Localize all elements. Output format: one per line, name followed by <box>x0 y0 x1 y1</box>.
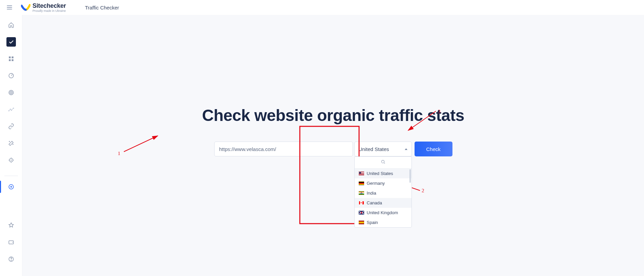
sidebar-item-checker[interactable] <box>6 37 16 47</box>
sidebar-item-performance[interactable] <box>6 71 16 80</box>
caret-up-icon <box>405 148 407 150</box>
svg-rect-5 <box>9 59 10 61</box>
extension-icon <box>8 222 14 228</box>
sidebar-item-billing[interactable] <box>6 237 16 247</box>
locate-icon <box>8 157 14 163</box>
check-form: United States United States <box>66 142 601 156</box>
country-search[interactable] <box>355 157 412 169</box>
svg-point-28 <box>381 160 384 163</box>
country-option-label: Canada <box>367 200 382 205</box>
sidebar-item-trend[interactable] <box>6 105 16 114</box>
svg-point-14 <box>11 110 12 110</box>
topbar: Sitechecker Proudly made in Ukraine Traf… <box>0 0 644 15</box>
gauge-icon <box>8 73 14 79</box>
svg-rect-4 <box>12 56 13 58</box>
url-input[interactable] <box>214 142 353 156</box>
flag-in-icon <box>359 191 364 195</box>
flag-ca-icon: ✦ <box>359 201 364 205</box>
country-dropdown: United States Germany India <box>354 156 412 228</box>
home-icon <box>8 22 14 28</box>
add-icon <box>8 184 14 190</box>
sidebar-item-tools[interactable] <box>6 139 16 148</box>
svg-line-8 <box>11 75 12 76</box>
country-option-label: Spain <box>367 220 378 225</box>
svg-point-12 <box>8 110 9 111</box>
svg-point-27 <box>11 260 11 260</box>
svg-point-21 <box>11 160 12 160</box>
country-option-list: United States Germany India <box>355 169 412 227</box>
country-option-us[interactable]: United States <box>355 169 412 178</box>
country-option-de[interactable]: Germany <box>355 178 412 188</box>
sidebar-item-locate[interactable] <box>6 155 16 165</box>
svg-point-11 <box>11 92 12 93</box>
sidebar-item-grid[interactable] <box>6 54 16 64</box>
country-option-label: United Kingdom <box>367 210 398 215</box>
flag-uk-icon <box>359 211 364 215</box>
search-icon <box>381 159 385 164</box>
svg-point-15 <box>13 108 14 108</box>
country-selected-label: United States <box>359 146 389 152</box>
country-select[interactable]: United States <box>354 142 412 156</box>
sidebar-item-target[interactable] <box>6 88 16 97</box>
flag-us-icon <box>359 172 364 175</box>
sidebar-item-add[interactable] <box>6 182 16 192</box>
sidebar-item-help[interactable] <box>6 254 16 264</box>
country-option-uk[interactable]: United Kingdom <box>355 208 412 218</box>
wand-icon <box>8 140 14 146</box>
menu-toggle-button[interactable] <box>4 2 15 13</box>
country-option-ca[interactable]: ✦ Canada <box>355 198 412 208</box>
sidebar-item-links[interactable] <box>6 122 16 131</box>
check-button[interactable]: Check <box>415 142 452 156</box>
brand-logo[interactable]: Sitechecker Proudly made in Ukraine <box>21 3 66 12</box>
svg-rect-6 <box>12 59 13 61</box>
dropdown-scrollbar[interactable] <box>409 169 411 183</box>
hamburger-icon <box>6 4 13 11</box>
sidebar-divider <box>4 176 18 176</box>
svg-rect-3 <box>9 56 10 58</box>
hero-title: Check website organic traffic stats <box>66 106 601 125</box>
trend-icon <box>8 106 14 112</box>
country-option-in[interactable]: India <box>355 188 412 198</box>
annotation-label-2: 2 <box>422 188 424 194</box>
svg-line-29 <box>384 163 385 164</box>
svg-point-13 <box>10 109 10 109</box>
country-option-es[interactable]: Spain <box>355 218 412 227</box>
sidebar-item-home[interactable] <box>6 20 16 30</box>
target-icon <box>8 90 14 96</box>
wallet-icon <box>8 239 14 245</box>
sidebar-item-extension[interactable] <box>6 221 16 230</box>
country-option-label: Germany <box>367 181 385 186</box>
country-option-label: India <box>367 191 376 196</box>
page-title: Traffic Checker <box>85 5 119 10</box>
link-icon <box>8 123 14 129</box>
brand-mark-icon <box>21 4 30 11</box>
brand-tagline: Proudly made in Ukraine <box>32 9 66 12</box>
help-icon <box>8 256 14 262</box>
main-content: Check website organic traffic stats Unit… <box>22 15 644 276</box>
flag-es-icon <box>359 221 364 224</box>
check-icon <box>8 39 14 45</box>
flag-de-icon <box>359 181 364 185</box>
grid-icon <box>8 56 14 62</box>
brand-name: Sitechecker <box>32 3 66 9</box>
sidebar <box>0 15 22 276</box>
country-option-label: United States <box>367 171 393 176</box>
